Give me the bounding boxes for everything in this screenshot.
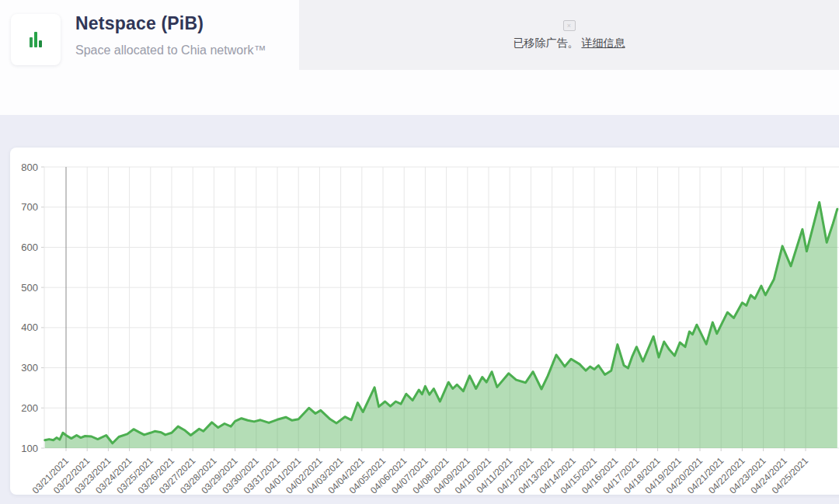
ad-notice-text: 已移除广告。 详细信息	[513, 36, 625, 50]
y-axis-label: 500	[21, 282, 38, 294]
page-title: Netspace (PiB)	[75, 13, 266, 34]
y-axis-label: 800	[21, 162, 38, 173]
y-axis-label: 100	[21, 443, 38, 454]
bar-chart-icon	[30, 32, 42, 47]
y-axis-label: 200	[21, 402, 38, 414]
ad-removed-icon: ×	[563, 20, 576, 31]
chart-header: Netspace (PiB) Space allocated to Chia n…	[75, 13, 266, 57]
netspace-area-fill	[45, 203, 837, 449]
y-axis-label: 300	[21, 362, 38, 374]
page-subtitle: Space allocated to Chia network™	[75, 43, 266, 57]
ad-notice-panel: × 已移除广告。 详细信息	[299, 0, 839, 70]
y-axis-label: 600	[21, 242, 38, 253]
ad-removed-label: 已移除广告。	[513, 36, 579, 49]
ad-details-link[interactable]: 详细信息	[581, 36, 625, 49]
netspace-chart[interactable]: 10020030040050060070080003/21/202103/22/…	[10, 148, 839, 495]
chart-card: 10020030040050060070080003/21/202103/22/…	[10, 148, 839, 495]
y-axis-label: 400	[21, 322, 38, 333]
app-icon-card	[11, 14, 61, 65]
y-axis-label: 700	[21, 201, 38, 213]
